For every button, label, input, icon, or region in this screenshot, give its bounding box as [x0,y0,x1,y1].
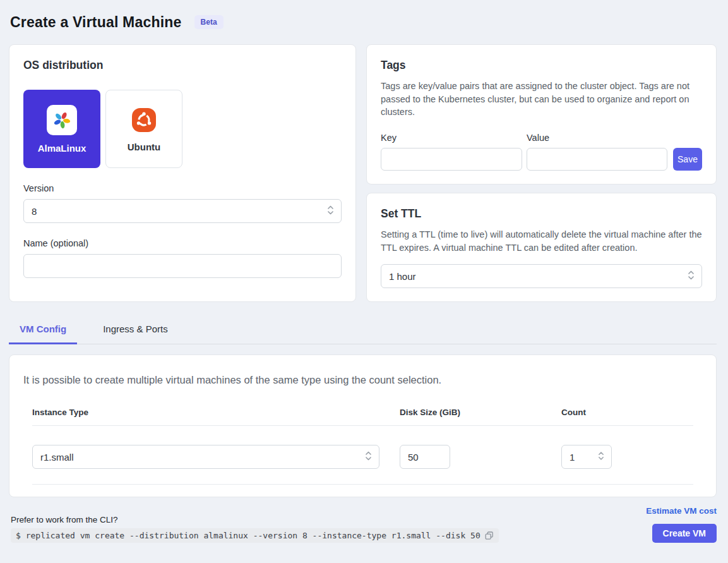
tag-key-value-row: Key Value Save [381,133,702,171]
save-tag-button[interactable]: Save [673,148,702,171]
version-select[interactable]: 8 [23,199,342,223]
version-select-value: 8 [32,206,37,217]
copy-icon[interactable] [485,531,494,540]
count-stepper[interactable]: 1 [561,445,612,469]
os-distribution-card: OS distribution AlmaLinux [9,44,356,302]
ttl-card-title: Set TTL [381,207,702,221]
vm-config-hint: It is possible to create multiple virtua… [23,374,702,386]
top-grid: OS distribution AlmaLinux [9,44,717,302]
chevron-updown-icon [688,270,695,282]
vm-table-row: r1.small 1 [32,445,693,469]
page-header: Create a Virtual Machine Beta [0,0,728,35]
tags-card-description: Tags are key/value pairs that are assign… [381,80,702,119]
column-instance-type: Instance Type [32,408,400,417]
os-tile-label: Ubuntu [128,142,160,152]
tag-key-column: Key [381,133,522,171]
footer-actions: Estimate VM cost Create VM [646,506,717,543]
almalinux-logo-icon [47,105,77,135]
disk-size-input[interactable] [400,445,450,469]
estimate-vm-cost-link[interactable]: Estimate VM cost [646,506,717,516]
ttl-select[interactable]: 1 hour [381,264,702,288]
instance-type-select[interactable]: r1.small [32,445,379,469]
tag-value-column: Value [527,133,667,171]
os-tile-label: AlmaLinux [38,143,87,154]
column-disk-size: Disk Size (GiB) [400,408,561,417]
instance-type-value: r1.small [40,452,74,463]
tags-card-title: Tags [381,59,702,72]
tag-key-input[interactable] [381,148,522,171]
version-label: Version [23,183,342,193]
os-tiles: AlmaLinux Ubuntu [23,90,342,168]
ubuntu-logo-icon [130,106,158,134]
vm-name-label: Name (optional) [23,238,342,248]
cli-command-chip: $ replicated vm create --distribution al… [11,528,499,543]
tag-value-label: Value [527,133,667,143]
config-tabs: VM Config Ingress & Ports [9,316,717,344]
create-vm-page: Create a Virtual Machine Beta OS distrib… [0,0,728,563]
chevron-updown-icon [327,205,334,217]
set-ttl-card: Set TTL Setting a TTL (time to live) wil… [366,193,717,302]
table-row-divider [32,484,693,485]
tag-key-label: Key [381,133,522,143]
tab-ingress-ports[interactable]: Ingress & Ports [92,316,179,344]
cli-prompt-text: Prefer to work from the CLI? [11,515,499,524]
ttl-select-value: 1 hour [389,271,416,282]
create-vm-button[interactable]: Create VM [652,524,717,543]
cli-block: Prefer to work from the CLI? $ replicate… [11,515,499,543]
vm-table: Instance Type Disk Size (GiB) Count r1.s… [32,408,693,469]
os-tile-almalinux[interactable]: AlmaLinux [23,90,100,168]
tab-vm-config[interactable]: VM Config [9,316,77,344]
chevron-updown-icon [365,451,372,463]
os-card-title: OS distribution [23,59,342,72]
tag-value-input[interactable] [527,148,667,171]
cli-command-text: $ replicated vm create --distribution al… [16,531,480,540]
stepper-updown-icon[interactable] [598,451,604,463]
ttl-card-description: Setting a TTL (time to live) will automa… [381,228,702,254]
vm-config-card: It is possible to create multiple virtua… [9,354,717,497]
right-column: Tags Tags are key/value pairs that are a… [366,44,717,302]
vm-name-input[interactable] [23,254,342,278]
os-tile-ubuntu[interactable]: Ubuntu [105,90,182,168]
column-count: Count [561,408,693,417]
vm-table-header: Instance Type Disk Size (GiB) Count [32,408,693,417]
table-header-divider [32,425,693,426]
tags-card: Tags Tags are key/value pairs that are a… [366,44,717,185]
footer: Prefer to work from the CLI? $ replicate… [11,506,717,543]
beta-badge: Beta [194,15,224,29]
page-title: Create a Virtual Machine [10,14,182,31]
count-value: 1 [570,452,575,463]
